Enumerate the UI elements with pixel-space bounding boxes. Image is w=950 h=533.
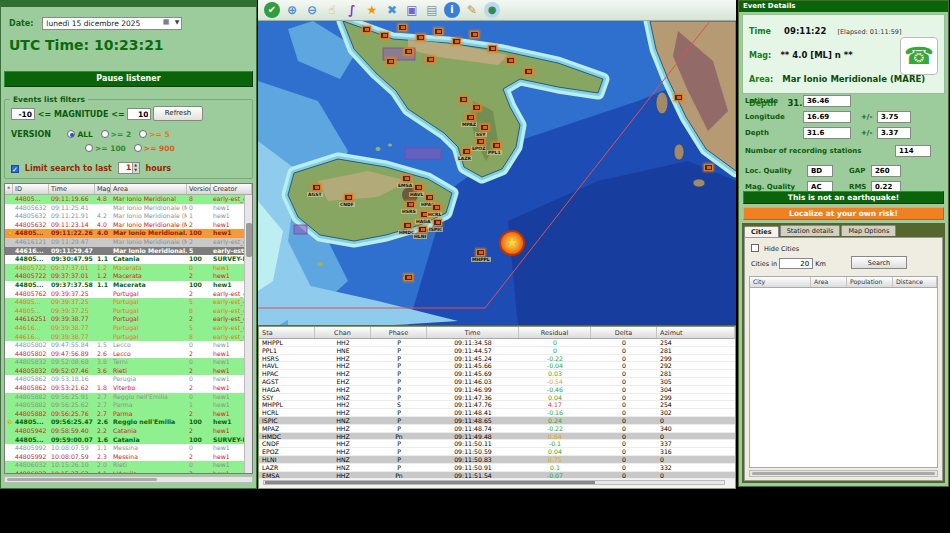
- station-marker[interactable]: HPAC: [425, 194, 434, 201]
- station-marker[interactable]: PPL1: [492, 142, 501, 149]
- hours-stepper[interactable]: 1 ▲▼: [118, 162, 140, 174]
- phases-horizontal-scrollbar[interactable]: [263, 480, 725, 485]
- station-marker[interactable]: MPAZ: [466, 114, 475, 121]
- phases-column-header[interactable]: Residual: [519, 327, 591, 338]
- event-row[interactable]: ★44805...09:11:22.264.0Mar Ionio Meridio…: [5, 229, 252, 238]
- tab-cities[interactable]: Cities: [744, 226, 779, 237]
- phase-row[interactable]: HMDCHHZPn09:11:49.480.6400: [259, 433, 735, 441]
- event-row[interactable]: 44805...09:39:37.25Portugal8early-est_ee…: [5, 307, 252, 316]
- phase-row[interactable]: SSYHNZP09:11:47.360.040299: [259, 394, 735, 402]
- event-row[interactable]: 4480603210:15:27.624.1L'Aquila2hew1: [5, 470, 252, 474]
- delete-x-icon[interactable]: ✖: [384, 2, 400, 18]
- event-row[interactable]: 4480586209:53:18.16Perugia0hew1: [5, 375, 252, 384]
- not-earthquake-button[interactable]: This is not an earthquake!: [743, 191, 944, 204]
- events-column-header[interactable]: Version: [187, 184, 211, 194]
- station-marker[interactable]: [398, 24, 407, 31]
- stepper-arrows-icon[interactable]: ▲▼: [132, 163, 139, 173]
- refresh-button[interactable]: Refresh: [153, 106, 203, 121]
- event-row[interactable]: 4480583209:52:08.683.8Terni0hew1: [5, 358, 252, 367]
- version-radio[interactable]: [85, 144, 93, 152]
- event-row[interactable]: 4480588209:56:25.912.7Reggio nell'Emilia…: [5, 393, 252, 402]
- longitude-input[interactable]: [803, 111, 851, 123]
- station-marker[interactable]: HLNI: [418, 226, 427, 233]
- globe-icon[interactable]: ●: [484, 2, 500, 18]
- event-row[interactable]: 4480586209:53:21.621.8Viterbo2hew1: [5, 384, 252, 393]
- station-marker[interactable]: EPOZ: [476, 138, 485, 145]
- event-row[interactable]: 4480580209:47:55.841.5Lecco0hew1: [5, 341, 252, 350]
- epicenter-marker[interactable]: ★: [499, 230, 525, 256]
- phase-row[interactable]: EPOZHHZP09:11:50.590.040316: [259, 448, 735, 456]
- station-marker[interactable]: CNDF: [344, 194, 353, 201]
- info-icon[interactable]: i: [444, 2, 460, 18]
- event-row[interactable]: 44805...09:11:19.664.8Mar Ionio Meridion…: [5, 195, 252, 204]
- cities-column-header[interactable]: City: [750, 277, 811, 287]
- phase-row[interactable]: EMSAHHZPn09:11:51.54-0.0700: [259, 472, 735, 480]
- zoom-in-icon[interactable]: ⊕: [284, 2, 300, 18]
- pencil-icon[interactable]: ✎: [464, 2, 480, 18]
- station-marker[interactable]: [380, 32, 389, 39]
- event-row[interactable]: 44805...09:30:47.951.1Catania100SURVEY-I…: [5, 255, 252, 264]
- station-marker[interactable]: AGST: [312, 184, 321, 191]
- phase-row[interactable]: HLNIHNZP09:11:50.830.7500: [259, 456, 735, 464]
- gap-input[interactable]: [871, 165, 901, 177]
- event-row[interactable]: 4480563209:11:23.144.0Mar Ionio Meridion…: [5, 221, 252, 230]
- phase-row[interactable]: HAVLHHZP09:11:45.66-0.040292: [259, 362, 735, 370]
- station-marker[interactable]: [386, 58, 395, 65]
- events-column-header[interactable]: Creator: [211, 184, 252, 194]
- limit-checkbox[interactable]: ✓: [11, 165, 19, 173]
- station-marker[interactable]: LAZR: [462, 148, 471, 155]
- event-row[interactable]: 4461625109:39:38.77Portugal2early-est_ee…: [5, 315, 252, 324]
- event-row[interactable]: 4480599210:08:07.592.3Messina2hew1: [5, 453, 252, 462]
- italy-shape-icon[interactable]: ∫: [344, 2, 360, 18]
- events-column-header[interactable]: Area: [111, 184, 187, 194]
- cities-column-header[interactable]: Distance: [893, 277, 937, 287]
- event-row[interactable]: 4480599210:08:07.591.1Messina0hew1: [5, 444, 252, 453]
- localize-button[interactable]: Localize at your own risk!: [743, 207, 944, 220]
- longitude-error-input[interactable]: [877, 111, 911, 123]
- phases-column-header[interactable]: Chan: [315, 327, 371, 338]
- phases-column-header[interactable]: Sta: [259, 327, 315, 338]
- event-row[interactable]: 4480588209:56:25.762.7Parma2hew1: [5, 410, 252, 419]
- station-marker[interactable]: [524, 68, 533, 75]
- phase-row[interactable]: HAGAHHZP09:11:46.99-0.460304: [259, 386, 735, 394]
- station-marker[interactable]: [434, 28, 443, 35]
- event-row[interactable]: 4480580209:47:56.892.6Lecco2hew1: [5, 350, 252, 359]
- call-button[interactable]: ☎: [900, 37, 938, 75]
- magnitude-max-input[interactable]: [127, 108, 151, 120]
- event-row[interactable]: 44805...09:59:00.071.6Catania100SURVEY-I…: [5, 436, 252, 445]
- event-row[interactable]: 44616...09:39:38.77Portugal8early-est_ee…: [5, 333, 252, 342]
- station-marker[interactable]: ISPIC: [433, 219, 442, 226]
- version-radio[interactable]: [134, 144, 142, 152]
- station-marker[interactable]: HSRS: [406, 201, 415, 208]
- phases-column-header[interactable]: Delta: [591, 327, 657, 338]
- events-horizontal-scrollbar[interactable]: [4, 476, 253, 483]
- station-marker[interactable]: [459, 96, 468, 103]
- event-row[interactable]: 4480563209:11:25.41Mar Ionio Meridionale…: [5, 204, 252, 213]
- station-marker[interactable]: [506, 57, 515, 64]
- station-marker[interactable]: [404, 48, 413, 55]
- station-marker[interactable]: [674, 94, 683, 101]
- station-marker[interactable]: [470, 31, 479, 38]
- stations-count-input[interactable]: [895, 145, 931, 157]
- events-vertical-scrollbar[interactable]: [244, 195, 252, 473]
- phase-row[interactable]: MPAZHHZP09:11:48.74-0.220340: [259, 425, 735, 433]
- version-radio[interactable]: [139, 130, 147, 138]
- cities-km-input[interactable]: [779, 258, 813, 269]
- event-row[interactable]: 4480588209:56:25.622.7Parma1hew1: [5, 401, 252, 410]
- event-row[interactable]: 44805...09:37:37.581.1Macerata100hew1: [5, 281, 252, 290]
- event-row[interactable]: 44616...09:11:29.47Mar Ionio Meridional.…: [5, 247, 252, 256]
- zoom-out-icon[interactable]: ⊖: [304, 2, 320, 18]
- station-marker[interactable]: MHPPL: [476, 249, 485, 256]
- version-radio[interactable]: [101, 130, 109, 138]
- event-row[interactable]: 4480576209:39:37.25Portugal2early-est_ee…: [5, 290, 252, 299]
- cities-column-header[interactable]: Population: [847, 277, 893, 287]
- phases-column-header[interactable]: Azimut: [657, 327, 735, 338]
- tab-map-options[interactable]: Map Options: [841, 225, 896, 236]
- event-row[interactable]: ★44805...09:56:25.472.6Reggio nell'Emili…: [5, 418, 252, 427]
- epicenter-star-icon[interactable]: ★: [364, 2, 380, 18]
- station-marker[interactable]: EMSA: [402, 175, 411, 182]
- loc-quality-input[interactable]: [807, 165, 833, 177]
- station-marker[interactable]: HAVL: [414, 184, 423, 191]
- phases-column-header[interactable]: Time: [427, 327, 519, 338]
- event-row[interactable]: 4480572209:37:37.011.2Macerata2hew1: [5, 272, 252, 281]
